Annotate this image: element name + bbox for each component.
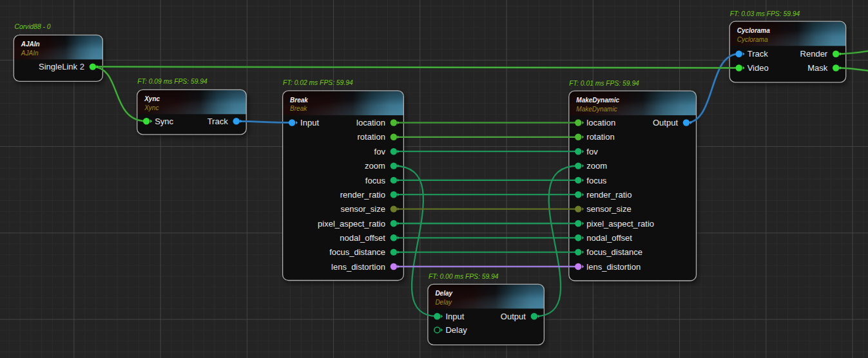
svg-text:Break: Break	[290, 97, 308, 104]
svg-text:Output: Output	[501, 312, 526, 321]
svg-text:lens_distortion: lens_distortion	[331, 262, 385, 272]
svg-text:Mask: Mask	[807, 63, 828, 73]
svg-text:FT: 0.01 ms FPS: 59.94: FT: 0.01 ms FPS: 59.94	[569, 80, 639, 87]
svg-text:AJAIn: AJAIn	[21, 41, 40, 48]
svg-text:Cyclorama: Cyclorama	[737, 27, 771, 34]
svg-text:Delay: Delay	[445, 325, 467, 335]
svg-text:sensor_size: sensor_size	[341, 204, 385, 214]
svg-text:Xync: Xync	[144, 104, 159, 111]
svg-text:FT: 0.03 ms FPS: 59.94: FT: 0.03 ms FPS: 59.94	[730, 10, 800, 17]
svg-text:Sync: Sync	[155, 117, 173, 126]
svg-text:focus: focus	[586, 176, 607, 185]
svg-text:pixel_aspect_ratio: pixel_aspect_ratio	[318, 219, 385, 229]
svg-text:Render: Render	[800, 49, 828, 59]
svg-text:render_ratio: render_ratio	[340, 190, 385, 200]
svg-text:nodal_offset: nodal_offset	[340, 233, 385, 243]
svg-text:location: location	[586, 118, 615, 127]
svg-text:focus: focus	[365, 176, 386, 185]
svg-text:FT: 0.02 ms FPS: 59.94: FT: 0.02 ms FPS: 59.94	[283, 79, 353, 86]
svg-text:Input: Input	[445, 312, 464, 321]
svg-text:fov: fov	[586, 147, 598, 156]
svg-text:AJAIn: AJAIn	[21, 50, 39, 57]
svg-text:Corvid88 - 0: Corvid88 - 0	[15, 23, 51, 30]
svg-text:rotation: rotation	[586, 132, 614, 142]
svg-text:Cyclorama: Cyclorama	[737, 36, 768, 43]
svg-text:Output: Output	[653, 118, 678, 127]
svg-text:zoom: zoom	[365, 161, 385, 171]
svg-text:Delay: Delay	[435, 299, 452, 306]
svg-text:zoom: zoom	[586, 161, 607, 171]
svg-text:FT: 0.00 ms FPS: 59.94: FT: 0.00 ms FPS: 59.94	[429, 273, 499, 280]
svg-text:Input: Input	[300, 118, 319, 127]
svg-text:location: location	[356, 118, 385, 127]
svg-text:Track: Track	[207, 117, 229, 126]
svg-text:Video: Video	[747, 63, 769, 73]
svg-text:render_ratio: render_ratio	[586, 190, 632, 200]
svg-text:focus_distance: focus_distance	[329, 247, 385, 257]
svg-text:fov: fov	[374, 147, 386, 156]
svg-text:nodal_offset: nodal_offset	[586, 233, 632, 243]
svg-text:SingleLink 2: SingleLink 2	[39, 62, 84, 71]
svg-text:sensor_size: sensor_size	[586, 204, 631, 214]
svg-text:FT: 0.09 ms FPS: 59.94: FT: 0.09 ms FPS: 59.94	[137, 78, 207, 85]
svg-text:Delay: Delay	[435, 290, 452, 297]
svg-text:Break: Break	[290, 105, 307, 112]
svg-text:MakeDynamic: MakeDynamic	[576, 97, 619, 104]
svg-text:Track: Track	[747, 49, 769, 59]
svg-text:Xync: Xync	[144, 95, 160, 102]
svg-text:pixel_aspect_ratio: pixel_aspect_ratio	[586, 219, 654, 229]
svg-text:lens_distortion: lens_distortion	[586, 262, 641, 272]
svg-text:focus_distance: focus_distance	[586, 247, 642, 257]
svg-text:rotation: rotation	[358, 132, 385, 142]
svg-text:MakeDynamic: MakeDynamic	[576, 106, 617, 113]
